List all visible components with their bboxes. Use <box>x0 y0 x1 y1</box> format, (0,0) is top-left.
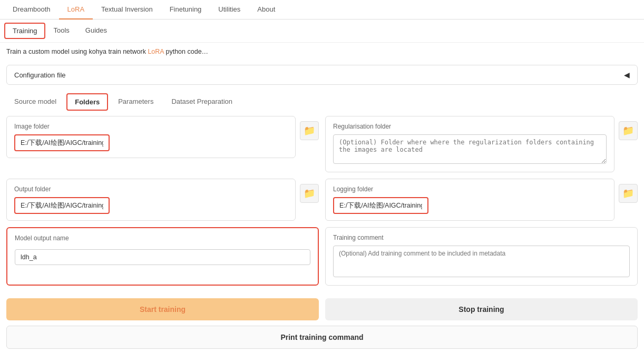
tab-guides[interactable]: Guides <box>77 23 115 39</box>
print-command-button[interactable]: Print training command <box>6 326 638 349</box>
sub-tabs: Source model Folders Parameters Dataset … <box>0 89 644 111</box>
tab-tools[interactable]: Tools <box>45 23 77 39</box>
start-training-button[interactable]: Start training <box>6 298 319 320</box>
tab-utilities[interactable]: Utilities <box>210 0 249 19</box>
model-output-label: Model output name <box>15 234 310 242</box>
config-file-label: Configuration file <box>14 71 66 79</box>
action-buttons: Start training Stop training <box>0 298 644 320</box>
folder-icon: 📁 <box>304 125 315 136</box>
folder-icon-2: 📁 <box>622 125 634 136</box>
config-arrow-icon: ◀ <box>624 71 630 79</box>
logging-folder-label: Logging folder <box>333 185 607 193</box>
regularisation-folder-card: Regularisation folder <box>325 116 614 172</box>
logging-folder-input[interactable] <box>333 197 428 214</box>
folder-icon-3: 📁 <box>304 188 315 199</box>
tab-folders[interactable]: Folders <box>66 93 108 111</box>
training-comment-input[interactable] <box>333 246 630 277</box>
regularisation-folder-input[interactable] <box>333 134 607 164</box>
training-comment-label: Training comment <box>333 234 630 241</box>
tab-source-model[interactable]: Source model <box>6 93 64 111</box>
stop-training-button[interactable]: Stop training <box>325 298 638 320</box>
tab-dataset-preparation[interactable]: Dataset Preparation <box>163 93 240 111</box>
second-nav: Training Tools Guides <box>0 19 644 43</box>
description-text: Train a custom model using kohya train n… <box>0 43 644 61</box>
tab-finetuning[interactable]: Finetuning <box>161 0 210 19</box>
top-nav: Dreambooth LoRA Textual Inversion Finetu… <box>0 0 644 19</box>
tab-training[interactable]: Training <box>4 23 45 39</box>
tab-about[interactable]: About <box>249 0 284 19</box>
image-folder-card: Image folder <box>6 116 296 158</box>
tab-textual-inversion[interactable]: Textual Inversion <box>93 0 161 19</box>
tab-lora[interactable]: LoRA <box>59 0 93 19</box>
main-content: Image folder 📁 Regularisation folder 📁 O… <box>0 111 644 298</box>
tab-parameters[interactable]: Parameters <box>110 93 161 111</box>
bottom-fields: Model output name Training comment <box>6 227 638 286</box>
image-folder-button[interactable]: 📁 <box>300 121 319 140</box>
regularisation-folder-group: Regularisation folder 📁 <box>325 116 638 172</box>
output-folder-label: Output folder <box>14 185 288 193</box>
folder-row-1: Image folder 📁 Regularisation folder 📁 <box>6 116 638 172</box>
model-output-input[interactable] <box>15 249 310 265</box>
regularisation-folder-button[interactable]: 📁 <box>619 121 638 140</box>
config-file-section[interactable]: Configuration file ◀ <box>6 65 638 85</box>
folder-row-2: Output folder 📁 Logging folder 📁 <box>6 179 638 221</box>
logging-folder-card: Logging folder <box>325 179 614 221</box>
image-folder-label: Image folder <box>14 123 288 130</box>
image-folder-input[interactable] <box>14 134 110 151</box>
model-output-card: Model output name <box>6 227 319 286</box>
folder-icon-4: 📁 <box>622 188 634 199</box>
training-comment-card: Training comment <box>325 227 638 286</box>
regularisation-folder-label: Regularisation folder <box>333 123 607 130</box>
logging-folder-group: Logging folder 📁 <box>325 179 638 221</box>
output-folder-group: Output folder 📁 <box>6 179 319 221</box>
lora-link[interactable]: LoRA <box>148 48 164 55</box>
output-folder-card: Output folder <box>6 179 296 221</box>
logging-folder-button[interactable]: 📁 <box>619 184 638 203</box>
output-folder-button[interactable]: 📁 <box>300 184 319 203</box>
image-folder-group: Image folder 📁 <box>6 116 319 172</box>
tab-dreambooth[interactable]: Dreambooth <box>4 0 59 19</box>
output-folder-input[interactable] <box>14 197 110 214</box>
